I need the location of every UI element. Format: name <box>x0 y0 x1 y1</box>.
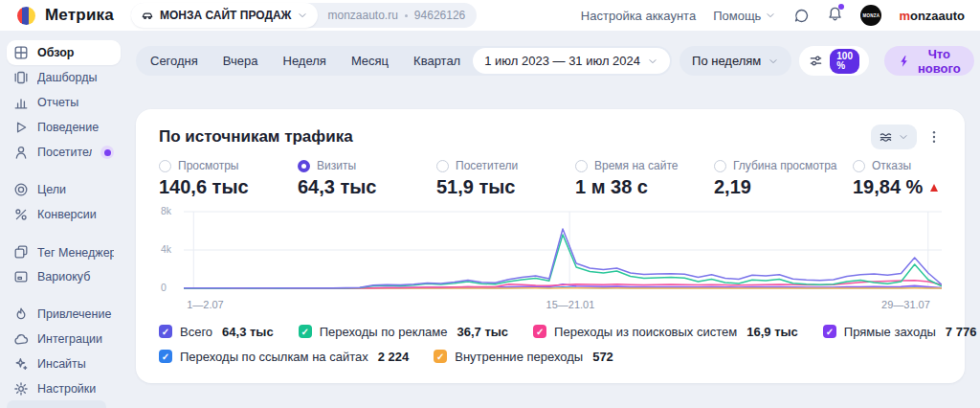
legend-checkbox-icon[interactable]: ✓ <box>434 350 447 363</box>
sidebar-item-goals[interactable]: Цели <box>7 177 121 202</box>
chat-icon[interactable] <box>793 8 810 24</box>
sidebar-item-label: Привлечение <box>37 307 114 321</box>
insights-icon <box>13 356 29 372</box>
metric-label: Время на сайте <box>594 159 678 172</box>
avatar[interactable]: MONZA <box>860 5 881 26</box>
legend-label: Переходы по рекламе <box>320 325 448 339</box>
sidebar-item-visitors[interactable]: Посетители <box>7 140 121 165</box>
counter-dropdown[interactable]: МОНЗА САЙТ ПРОДАЖ <box>131 3 319 28</box>
metric-tab[interactable]: Отказы19,84 % <box>853 159 980 198</box>
sidebar-item-insights[interactable]: Инсайты <box>7 351 121 376</box>
period-group: СегодняВчераНеделяМесяцКвартал 1 июл 202… <box>136 46 672 76</box>
sidebar-item-behavior[interactable]: Поведение <box>7 115 121 140</box>
chevron-down-icon <box>898 131 909 143</box>
counter-domain[interactable]: monzaauto.ru <box>327 9 397 22</box>
integrations-icon <box>13 331 29 347</box>
counter-name: МОНЗА САЙТ ПРОДАЖ <box>160 9 292 22</box>
chevron-down-icon <box>768 56 779 67</box>
metric-radio[interactable] <box>575 160 588 172</box>
chart-lines-icon <box>879 130 893 145</box>
legend-value: 16,9 тыс <box>746 325 798 339</box>
notification-dot <box>838 4 844 10</box>
legend-item[interactable]: ✓Переходы из поисковых систем16,9 тыс <box>533 325 798 339</box>
sidebar-item-label: Отчеты <box>37 96 114 109</box>
sidebar-item-label: Инсайты <box>37 357 114 371</box>
whats-new-button[interactable]: Что нового <box>884 46 974 76</box>
sidebar-item-integrations[interactable]: Интеграции <box>7 327 121 351</box>
metric-label: Глубина просмотра <box>733 159 837 172</box>
metric-value: 140,6 тыс <box>159 176 298 198</box>
sidebar-item-label: Настройки <box>37 382 114 396</box>
legend-value: 36,7 тыс <box>457 325 508 339</box>
sidebar-item-label: Обзор <box>37 46 114 59</box>
sidebar-item-dashboards[interactable]: Дашборды <box>7 65 121 90</box>
sidebar-item-attraction[interactable]: Привлечение <box>7 302 121 327</box>
metric-value: 64,3 тыс <box>298 176 436 198</box>
metric-tab[interactable]: Глубина просмотра2,19 <box>714 159 853 198</box>
kebab-icon <box>926 129 942 145</box>
help-menu[interactable]: Помощь <box>713 9 776 23</box>
chart-type-dropdown[interactable] <box>871 125 917 149</box>
chevron-down-icon <box>647 56 658 67</box>
x-axis-label: 29—31.07 <box>881 299 930 310</box>
sidebar-item-label: Вариокуб <box>37 270 114 283</box>
metric-radio[interactable] <box>853 160 865 172</box>
metric-radio[interactable] <box>298 160 310 172</box>
period-button[interactable]: Квартал <box>401 48 473 74</box>
legend-item[interactable]: ✓Прямые заходы7 776 <box>823 325 977 339</box>
variocube-icon <box>13 269 29 284</box>
sidebar-item-settings[interactable]: Настройки <box>7 376 121 401</box>
trend-up-icon <box>930 184 938 192</box>
account-settings-link[interactable]: Настройка аккаунта <box>581 9 696 23</box>
sidebar-item-tag-manager[interactable]: Тег Менеджерβ <box>7 239 121 264</box>
metric-radio[interactable] <box>714 160 726 172</box>
user-name[interactable]: monzaauto <box>899 9 965 23</box>
card-kebab-menu[interactable] <box>926 129 942 145</box>
app-title[interactable]: Метрика <box>45 6 114 25</box>
period-button[interactable]: Неделя <box>271 48 339 74</box>
legend-checkbox-icon[interactable]: ✓ <box>533 325 546 338</box>
metric-label: Просмотры <box>178 159 238 172</box>
period-button[interactable]: Месяц <box>339 48 401 74</box>
conversions-icon <box>13 207 29 222</box>
dashboards-icon <box>13 70 29 85</box>
legend-label: Переходы из поисковых систем <box>554 325 737 339</box>
sampling-control[interactable]: 100 % <box>799 46 869 76</box>
tag-manager-icon <box>13 244 29 260</box>
metric-radio[interactable] <box>436 160 449 172</box>
metric-radio[interactable] <box>159 160 171 172</box>
granularity-dropdown[interactable]: По неделям <box>679 46 791 76</box>
legend-checkbox-icon[interactable]: ✓ <box>159 325 172 338</box>
sidebar-item-variocube[interactable]: Вариокуб <box>7 264 121 289</box>
user-name-first-letter: m <box>899 9 910 23</box>
attraction-icon <box>13 306 29 322</box>
legend-item[interactable]: ✓Переходы по ссылкам на сайтах2 224 <box>159 350 409 364</box>
legend-item[interactable]: ✓Всего64,3 тыс <box>159 325 274 339</box>
y-axis-label: 0 <box>161 282 167 293</box>
legend-item[interactable]: ✓Внутренние переходы572 <box>434 350 613 364</box>
y-axis-label: 8k <box>161 205 171 216</box>
metric-tab[interactable]: Просмотры140,6 тыс <box>159 159 298 198</box>
sidebar-item-conversions[interactable]: Конверсии <box>7 202 121 227</box>
legend-checkbox-icon[interactable]: ✓ <box>299 325 312 338</box>
legend-checkbox-icon[interactable]: ✓ <box>159 350 172 363</box>
chart[interactable]: 8k4k0 <box>159 204 942 296</box>
metric-tab[interactable]: Время на сайте1 м 38 с <box>575 159 714 198</box>
metric-tab[interactable]: Посетители51,9 тыс <box>436 159 575 198</box>
metric-tab[interactable]: Визиты64,3 тыс <box>298 159 436 198</box>
goals-icon <box>13 182 29 197</box>
metrika-logo-icon[interactable] <box>17 7 35 25</box>
sidebar-item-reports[interactable]: Отчеты <box>7 90 121 115</box>
legend-checkbox-icon[interactable]: ✓ <box>823 325 836 338</box>
metric-value: 1 м 38 с <box>575 176 714 198</box>
behavior-icon <box>13 120 29 135</box>
period-button[interactable]: Сегодня <box>138 48 211 74</box>
date-range-picker[interactable]: 1 июл 2023 — 31 июл 2024 <box>473 48 670 74</box>
notifications-bell[interactable] <box>827 6 843 25</box>
counter-selector: МОНЗА САЙТ ПРОДАЖ monzaauto.ru 94626126 <box>131 3 477 28</box>
legend-item[interactable]: ✓Переходы по рекламе36,7 тыс <box>299 325 508 339</box>
chart-canvas <box>184 204 942 296</box>
counter-favicon-icon <box>141 9 154 22</box>
sidebar-item-overview[interactable]: Обзор <box>7 40 121 65</box>
period-button[interactable]: Вчера <box>211 48 271 74</box>
